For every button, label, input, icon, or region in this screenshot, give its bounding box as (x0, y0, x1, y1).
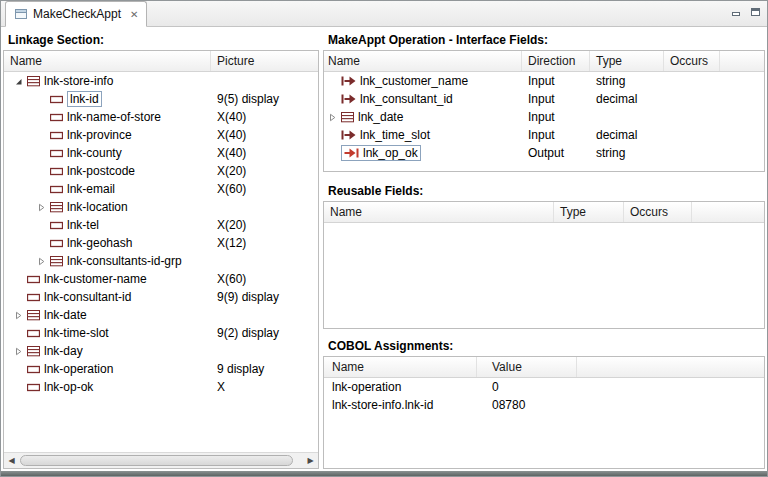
expander-collapsed-icon[interactable] (14, 311, 27, 320)
field-item-icon (50, 239, 63, 248)
linkage-item-label: lnk-day (44, 344, 83, 358)
linkage-row[interactable]: lnk-day (4, 342, 318, 360)
column-header-name[interactable]: Name (324, 202, 554, 222)
expander-expanded-icon[interactable] (14, 77, 27, 86)
expander-collapsed-icon[interactable] (14, 347, 27, 356)
interface-field-label: lnk_consultant_id (360, 92, 453, 106)
linkage-row[interactable]: lnk-customer-nameX(60) (4, 270, 318, 288)
interface-field-label: lnk_customer_name (360, 74, 468, 88)
linkage-name-cell: lnk-time-slot (4, 324, 211, 342)
occurs-cell (664, 126, 720, 144)
reusable-fields-table: Name Type Occurs (323, 201, 765, 329)
expander-collapsed-icon[interactable] (37, 257, 50, 266)
operation-panel: MakeAppt Operation - Interface Fields: N… (323, 29, 765, 469)
cobol-assignments-title: COBOL Assignments: (323, 335, 765, 356)
linkage-name-cell: lnk-province (4, 126, 211, 144)
column-header-name[interactable]: Name (324, 51, 522, 71)
linkage-name-cell: lnk-email (4, 180, 211, 198)
column-header-filler (720, 51, 764, 71)
picture-cell: X(40) (211, 144, 318, 162)
tab-label: MakeCheckAppt (33, 7, 121, 21)
linkage-item-label: lnk-geohash (67, 236, 132, 250)
expander-collapsed-icon[interactable] (328, 113, 341, 122)
occurs-cell (664, 108, 720, 126)
linkage-row[interactable]: lnk-store-info (4, 72, 318, 90)
cobol-assignment-row[interactable]: lnk-operation0 (324, 378, 764, 396)
linkage-name-cell: lnk-postcode (4, 162, 211, 180)
linkage-item-label: lnk-name-of-store (67, 110, 161, 124)
linkage-item-label: lnk-location (67, 200, 128, 214)
occurs-cell (664, 144, 720, 162)
interface-name-cell: lnk_time_slot (324, 126, 522, 144)
linkage-name-cell: lnk-customer-name (4, 270, 211, 288)
tab-close-icon[interactable]: ✕ (130, 9, 138, 20)
type-cell: string (590, 144, 664, 162)
cobol-assignment-row[interactable]: lnk-store-info.lnk-id08780 (324, 396, 764, 414)
column-header-filler (692, 202, 764, 222)
interface-name-cell: lnk_op_ok (324, 144, 522, 162)
window-bottom-border (1, 471, 767, 476)
picture-cell: X (211, 378, 318, 396)
expander-collapsed-icon[interactable] (37, 203, 50, 212)
interface-field-row[interactable]: lnk_dateInput (324, 108, 764, 126)
linkage-row[interactable]: lnk-telX(20) (4, 216, 318, 234)
field-item-icon (50, 149, 63, 158)
column-header-direction[interactable]: Direction (522, 51, 590, 71)
linkage-row[interactable]: lnk-date (4, 306, 318, 324)
maximize-icon[interactable] (750, 6, 761, 17)
linkage-name-cell: lnk-id (4, 90, 211, 108)
linkage-row[interactable]: lnk-operation9 display (4, 360, 318, 378)
editor-tab-bar: MakeCheckAppt ✕ (1, 1, 767, 27)
direction-cell: Output (522, 144, 590, 162)
picture-cell: X(20) (211, 216, 318, 234)
column-header-type[interactable]: Type (554, 202, 624, 222)
column-header-picture[interactable]: Picture (211, 51, 318, 71)
linkage-row[interactable]: lnk-geohashX(12) (4, 234, 318, 252)
input-parameter-icon (341, 130, 356, 140)
linkage-row[interactable]: lnk-time-slot9(2) display (4, 324, 318, 342)
scrollbar-thumb[interactable] (20, 455, 293, 466)
field-item-icon (50, 185, 63, 194)
minimize-icon[interactable] (731, 6, 742, 17)
column-header-value[interactable]: Value (477, 357, 577, 377)
scroll-right-icon[interactable]: ▶ (303, 453, 318, 468)
linkage-row[interactable]: lnk-op-okX (4, 378, 318, 396)
linkage-section-panel: Linkage Section: Name Picture lnk-store-… (3, 29, 319, 469)
linkage-row[interactable]: lnk-postcodeX(20) (4, 162, 318, 180)
column-header-occurs[interactable]: Occurs (624, 202, 692, 222)
linkage-item-label: lnk-consultant-id (44, 290, 131, 304)
linkage-row[interactable]: lnk-location (4, 198, 318, 216)
interface-field-row[interactable]: lnk_customer_nameInputstring (324, 72, 764, 90)
linkage-row[interactable]: lnk-emailX(60) (4, 180, 318, 198)
linkage-item-label: lnk-time-slot (44, 326, 109, 340)
linkage-item-label: lnk-province (67, 128, 132, 142)
scroll-left-icon[interactable]: ◀ (4, 453, 19, 468)
linkage-row[interactable]: lnk-provinceX(40) (4, 126, 318, 144)
type-cell (590, 108, 664, 126)
linkage-row[interactable]: lnk-consultants-id-grp (4, 252, 318, 270)
interface-field-row[interactable]: lnk_time_slotInputdecimal (324, 126, 764, 144)
linkage-row[interactable]: lnk-id9(5) display (4, 90, 318, 108)
interface-field-row[interactable]: lnk_consultant_idInputdecimal (324, 90, 764, 108)
horizontal-scrollbar[interactable]: ◀ ▶ (4, 452, 318, 468)
picture-cell: X(40) (211, 126, 318, 144)
interface-fields-table: Name Direction Type Occurs lnk_customer_… (323, 50, 765, 172)
linkage-row[interactable]: lnk-consultant-id9(9) display (4, 288, 318, 306)
field-item-icon (27, 275, 40, 284)
tab-makecheckappt[interactable]: MakeCheckAppt ✕ (5, 1, 147, 27)
reusable-fields-body (324, 223, 764, 328)
interface-field-row[interactable]: lnk_op_okOutputstring (324, 144, 764, 162)
column-header-name[interactable]: Name (4, 51, 211, 71)
group-item-icon (27, 76, 40, 87)
column-header-occurs[interactable]: Occurs (664, 51, 720, 71)
group-item-icon (50, 256, 63, 267)
output-parameter-icon (344, 148, 359, 158)
column-header-type[interactable]: Type (590, 51, 664, 71)
type-cell: string (590, 72, 664, 90)
linkage-row[interactable]: lnk-name-of-storeX(40) (4, 108, 318, 126)
linkage-row[interactable]: lnk-countyX(40) (4, 144, 318, 162)
picture-cell: X(20) (211, 162, 318, 180)
picture-cell (211, 198, 318, 216)
field-item-icon (27, 293, 40, 302)
column-header-name[interactable]: Name (324, 357, 477, 377)
